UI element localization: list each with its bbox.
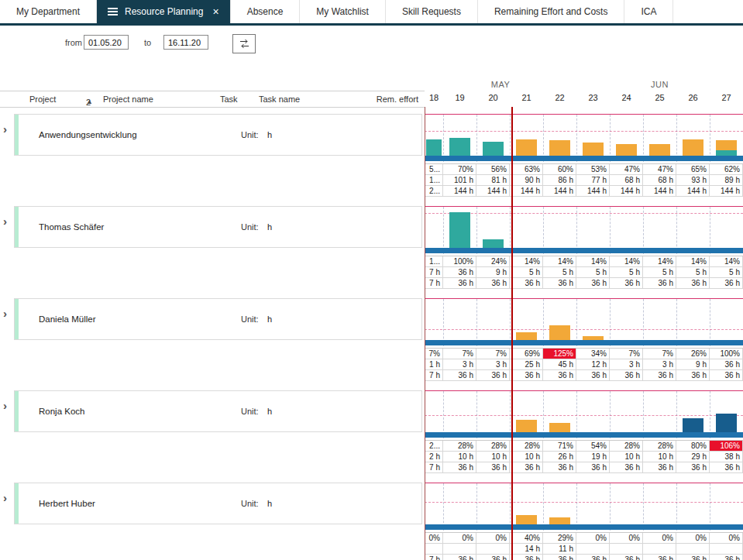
row-accent-bar xyxy=(15,299,19,339)
chart-bar-orange[interactable] xyxy=(583,336,604,340)
expand-chevron[interactable]: › xyxy=(3,493,7,503)
unit-value: h xyxy=(267,499,272,508)
chart-bar-orange[interactable] xyxy=(516,332,537,340)
hours-cell: 14 h xyxy=(510,544,543,555)
pct-cell: 0% xyxy=(443,533,476,544)
resource-row[interactable]: Herbert HuberUnit:h xyxy=(14,483,422,524)
pct-cell: 14% xyxy=(510,256,543,267)
pct-cell: 53% xyxy=(576,164,610,175)
capacity-cell: 144 h xyxy=(443,186,476,197)
week-label: 21 xyxy=(510,93,543,102)
hours-cell: 10 h xyxy=(643,452,676,462)
pct-cell: 0% xyxy=(425,533,443,544)
chart-bar-orange[interactable] xyxy=(549,517,570,524)
expand-chevron[interactable]: › xyxy=(3,308,7,319)
grid-line xyxy=(676,115,677,162)
resource-name: Daniela Müller xyxy=(39,314,96,324)
chart-bar-orange[interactable] xyxy=(549,423,570,432)
grid-line xyxy=(443,115,444,162)
chart-bar-teal[interactable] xyxy=(449,212,470,248)
capacity-cell: 36 h xyxy=(443,462,476,473)
chart-bar-orange[interactable] xyxy=(516,515,537,524)
close-tab-icon[interactable]: × xyxy=(212,6,218,17)
grid-line xyxy=(443,207,444,254)
tab-bar: My DepartmentResource Planning×AbsenceMy… xyxy=(0,0,743,26)
stage: from 01.05.20 to 16.11.20 Project 2▲ Pr xyxy=(0,26,743,560)
tab-resource-planning[interactable]: Resource Planning× xyxy=(97,0,231,23)
capacity-cell: 36 h xyxy=(510,462,543,473)
hours-cell: 86 h xyxy=(543,175,576,186)
from-date-input[interactable]: 01.05.20 xyxy=(84,35,129,50)
row-accent-bar xyxy=(15,115,19,155)
chart-bar-orange[interactable] xyxy=(616,144,637,156)
chart-bar-teal[interactable] xyxy=(716,150,737,156)
month-label: MAY xyxy=(425,80,576,89)
chart-bar-orange[interactable] xyxy=(516,420,537,432)
expand-chevron[interactable]: › xyxy=(3,400,7,411)
chart-bar-teal[interactable] xyxy=(426,139,442,156)
pct-cell: 65% xyxy=(676,164,710,175)
chart-bar-blue[interactable] xyxy=(716,414,737,432)
hours-cell: 68 h xyxy=(643,175,676,186)
hours-cell: 5 h xyxy=(643,267,676,278)
tab-skill-requests[interactable]: Skill Requests xyxy=(386,0,478,23)
pct-cell: 47% xyxy=(610,164,643,175)
capacity-line xyxy=(425,213,743,214)
to-date-input[interactable]: 16.11.20 xyxy=(163,35,208,50)
col-task: Task xyxy=(220,94,238,104)
hours-cell: 12 h xyxy=(576,359,610,370)
hours-cell: 5 h xyxy=(610,267,643,278)
timeline-left-edge xyxy=(425,107,425,560)
expand-chevron[interactable]: › xyxy=(3,216,7,227)
pct-cell: 54% xyxy=(576,441,610,452)
chart-bar-orange[interactable] xyxy=(649,144,670,156)
hours-cell: 68 h xyxy=(610,175,643,186)
tab-remaining-effort-and-costs[interactable]: Remaining Effort and Costs xyxy=(478,0,625,23)
hours-cell xyxy=(610,544,643,555)
chart-bar-blue[interactable] xyxy=(683,418,703,432)
utilization-chart xyxy=(425,483,743,530)
resource-row[interactable]: Ronja KochUnit:h xyxy=(14,390,422,432)
grid-line xyxy=(576,207,577,254)
capacity-cell: 36 h xyxy=(576,370,610,381)
chart-bar-teal[interactable] xyxy=(449,138,470,156)
chart-bar-orange[interactable] xyxy=(516,139,537,156)
hours-cell: 26 h xyxy=(543,452,576,462)
refresh-button[interactable] xyxy=(232,34,256,53)
chart-bar-orange[interactable] xyxy=(716,140,737,151)
tab-label: Absence xyxy=(247,6,284,17)
unit-label: Unit: xyxy=(241,499,259,508)
col-rem-effort: Rem. effort xyxy=(372,94,418,104)
tab-absence[interactable]: Absence xyxy=(231,0,301,23)
chart-bar-orange[interactable] xyxy=(549,140,570,156)
expand-chevron[interactable]: › xyxy=(3,124,7,135)
capacity-cell: 144 h xyxy=(510,186,543,197)
tab-my-watchlist[interactable]: My Watchlist xyxy=(300,0,386,23)
chart-bar-orange[interactable] xyxy=(583,143,604,156)
pct-cell: 125% xyxy=(543,349,576,359)
pct-cell: 0% xyxy=(610,533,643,544)
resource-row[interactable]: AnwendungsentwicklungUnit:h xyxy=(14,114,422,156)
chart-bar-teal[interactable] xyxy=(483,142,504,156)
chart-bar-teal[interactable] xyxy=(483,239,504,248)
grid-line xyxy=(543,207,544,254)
week-label: 26 xyxy=(676,93,710,102)
col-task-name: Task name xyxy=(259,94,300,104)
pct-cell: 0% xyxy=(676,533,710,544)
utilization-chart xyxy=(425,206,743,253)
tab-my-department[interactable]: My Department xyxy=(0,0,97,23)
resource-row[interactable]: Thomas SchäferUnit:h xyxy=(14,206,422,248)
capacity-cell: 36 h xyxy=(710,278,743,289)
capacity-line xyxy=(425,131,743,132)
chart-bar-orange[interactable] xyxy=(683,139,703,156)
tab-ica[interactable]: ICA xyxy=(624,0,673,23)
capacity-cell: 36 h xyxy=(710,462,743,473)
hours-cell: 9 h xyxy=(676,359,710,370)
unit-label: Unit: xyxy=(241,222,259,232)
capacity-cell: 144 h xyxy=(476,186,510,197)
chart-bar-orange[interactable] xyxy=(549,325,570,340)
capacity-cell: 36 h xyxy=(610,278,643,289)
pct-cell: 106% xyxy=(710,441,743,452)
resource-name: Anwendungsentwicklung xyxy=(39,130,137,139)
resource-row[interactable]: Daniela MüllerUnit:h xyxy=(14,298,422,340)
